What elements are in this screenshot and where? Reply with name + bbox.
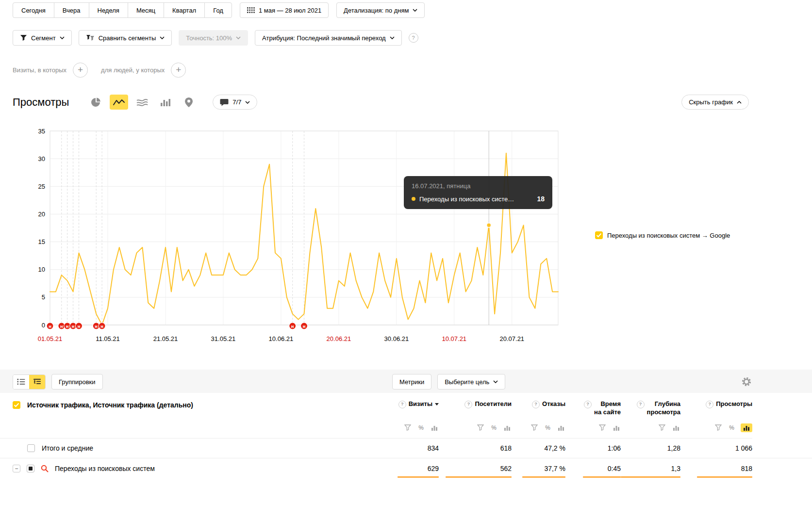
totals-depth: 1,28	[621, 444, 680, 452]
goal-select-button[interactable]: Выберите цель	[437, 374, 505, 389]
percent-mode-icon[interactable]: %	[490, 424, 497, 432]
flat-list-view-button[interactable]	[13, 375, 29, 389]
attribution-help-icon[interactable]: ?	[409, 33, 418, 43]
add-visit-condition-button[interactable]: +	[73, 63, 88, 78]
preset-today[interactable]: Сегодня	[13, 2, 54, 18]
cell-bars-icon[interactable]	[430, 424, 439, 431]
help-icon[interactable]: ?	[532, 401, 540, 408]
svg-text:30: 30	[38, 155, 45, 162]
help-icon[interactable]: ?	[637, 401, 645, 408]
cell-bars-icon[interactable]	[557, 424, 565, 431]
yandex-metrica-report-page: Сегодня Вчера Неделя Месяц Квартал Год 1…	[0, 0, 812, 519]
totals-pageviews: 1 066	[680, 444, 752, 452]
row-visitors: 562	[439, 465, 512, 472]
funnel-icon	[20, 34, 27, 41]
filter-funnel-icon[interactable]	[530, 424, 539, 431]
percent-mode-icon[interactable]: %	[544, 424, 551, 432]
legend-checkbox[interactable]	[595, 231, 603, 239]
list-view-icon	[17, 378, 25, 385]
column-header-time-on-site[interactable]: ? Время на сайте	[565, 400, 621, 417]
svg-text:21.05.21: 21.05.21	[153, 335, 178, 342]
svg-text:н: н	[100, 324, 103, 329]
svg-text:н: н	[66, 324, 69, 329]
chart-type-areas-button[interactable]	[133, 95, 151, 110]
select-all-checkbox[interactable]	[13, 401, 20, 409]
visits-condition-label: Визиты, в которых	[13, 66, 66, 74]
checked-square-icon	[29, 467, 33, 470]
column-header-depth[interactable]: ? Глубина просмотра	[621, 400, 680, 417]
filters-toolbar: Сегмент Сравнить сегменты Точность: 100%…	[13, 30, 418, 46]
filter-funnel-icon[interactable]	[598, 424, 607, 431]
help-icon[interactable]: ?	[398, 401, 406, 408]
filter-funnel-icon[interactable]	[714, 424, 723, 431]
help-icon[interactable]: ?	[706, 401, 713, 408]
preset-month[interactable]: Месяц	[128, 2, 164, 18]
totals-checkbox[interactable]	[27, 444, 35, 452]
table-settings-button[interactable]	[740, 375, 753, 389]
chart-type-bars-button[interactable]	[156, 95, 175, 110]
filter-funnel-icon[interactable]	[476, 424, 485, 431]
detail-button[interactable]: Детализация: по дням	[336, 2, 425, 18]
chart-type-map-button[interactable]	[180, 95, 198, 110]
column-header-bounces[interactable]: ? Отказы	[512, 400, 565, 417]
line-chart[interactable]: 0510152025303501.05.2111.05.2121.05.2131…	[0, 125, 582, 342]
column-header-pageviews[interactable]: ? Просмотры	[680, 400, 752, 417]
comment-bubble-icon	[220, 98, 229, 106]
svg-text:20.07.21: 20.07.21	[499, 335, 524, 342]
attribution-button[interactable]: Атрибуция: Последний значимый переход	[255, 30, 402, 46]
svg-text:н: н	[49, 324, 51, 329]
column-filters-row: % % % %	[0, 417, 752, 438]
traffic-sources-table: Источник трафика, Источник трафика (дета…	[0, 393, 812, 484]
chevron-down-icon	[413, 9, 417, 12]
view-toggle	[13, 374, 46, 389]
stacked-areas-icon	[136, 98, 148, 106]
series-dot-icon	[412, 197, 415, 201]
filter-funnel-icon[interactable]	[658, 424, 666, 431]
hide-chart-button[interactable]: Скрыть график	[681, 95, 749, 110]
tree-view-button[interactable]	[29, 375, 45, 389]
segment-button[interactable]: Сегмент	[13, 30, 72, 46]
date-range-button[interactable]: 1 мая — 28 июл 2021	[240, 2, 329, 18]
percent-mode-icon[interactable]: %	[728, 424, 735, 432]
add-people-condition-button[interactable]: +	[171, 63, 186, 78]
compare-segments-button[interactable]: Сравнить сегменты	[79, 30, 172, 46]
column-label: Визиты	[409, 400, 432, 408]
tooltip-value: 18	[537, 195, 545, 203]
comments-button[interactable]: 7/7	[213, 95, 257, 110]
preset-year[interactable]: Год	[204, 2, 232, 18]
accuracy-button[interactable]: Точность: 100%	[179, 30, 248, 46]
value-bar	[522, 476, 565, 478]
row-chart-checkbox[interactable]	[27, 465, 34, 472]
chart-type-line-button[interactable]	[110, 95, 128, 110]
metrics-button[interactable]: Метрики	[392, 374, 431, 389]
preset-yesterday[interactable]: Вчера	[54, 2, 89, 18]
cell-bars-icon[interactable]	[612, 424, 621, 431]
detail-label: Детализация: по дням	[344, 7, 409, 14]
groupings-button[interactable]: Группировки	[51, 374, 103, 389]
percent-mode-icon[interactable]: %	[417, 424, 425, 432]
legend-item[interactable]: Переходы из поисковых систем → Google	[595, 231, 730, 239]
preset-week[interactable]: Неделя	[89, 2, 128, 18]
svg-text:30.06.21: 30.06.21	[384, 335, 409, 342]
preset-quarter[interactable]: Квартал	[164, 2, 205, 18]
cell-bars-icon[interactable]	[503, 424, 512, 431]
help-icon[interactable]: ?	[584, 401, 592, 408]
chevron-down-icon	[493, 380, 498, 383]
column-header-visitors[interactable]: ? Посетители	[439, 400, 512, 417]
svg-text:10.06.21: 10.06.21	[269, 335, 294, 342]
cell-bars-icon-selected[interactable]	[741, 423, 752, 432]
filter-funnel-icon[interactable]	[403, 424, 412, 431]
chart-type-pie-button[interactable]	[86, 95, 105, 110]
svg-text:15: 15	[38, 238, 45, 245]
table-header-row: Источник трафика, Источник трафика (дета…	[0, 393, 752, 417]
help-icon[interactable]: ?	[464, 401, 472, 408]
calendar-grid-icon	[247, 7, 255, 14]
svg-text:01.05.21: 01.05.21	[38, 335, 63, 342]
collapse-row-button[interactable]: −	[13, 465, 20, 472]
svg-text:35: 35	[38, 128, 45, 135]
row-label[interactable]: Переходы из поисковых систем	[55, 465, 155, 472]
column-header-visits[interactable]: ? Визиты	[383, 400, 439, 417]
comments-count: 7/7	[232, 98, 241, 106]
cell-bars-icon[interactable]	[672, 424, 680, 431]
chevron-down-icon	[236, 36, 241, 39]
